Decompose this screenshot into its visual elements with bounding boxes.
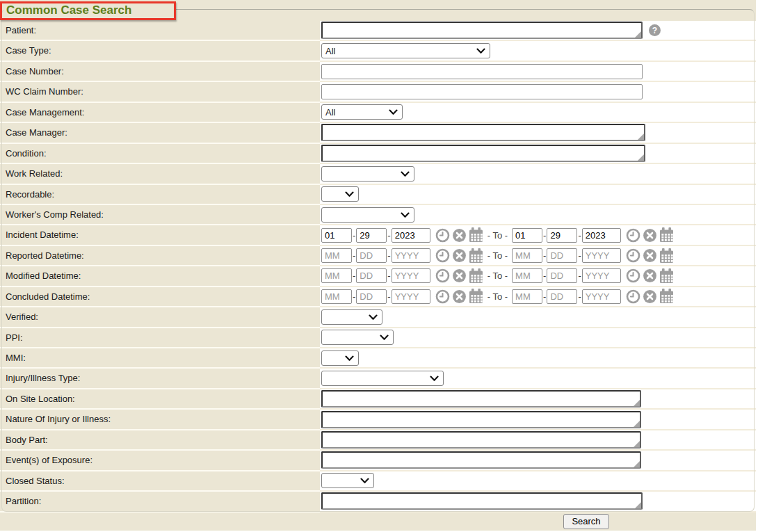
chevron-down-icon: [430, 376, 439, 381]
ppi-select[interactable]: [321, 330, 394, 345]
workers-comp-related-label-cell: Worker's Comp Related:: [0, 205, 320, 225]
work-related-label: Work Related:: [6, 168, 63, 179]
search-form-rows: Patient:?Case Type:AllCase Number:WC Cla…: [0, 21, 756, 513]
partition-label: Partition:: [6, 496, 41, 506]
recordable-select[interactable]: [321, 186, 359, 202]
clear-icon[interactable]: [452, 228, 467, 243]
mmi-select[interactable]: [321, 350, 359, 366]
patient-resize-handle[interactable]: [635, 31, 641, 38]
case-manager-resize-handle[interactable]: [638, 134, 644, 140]
reported-datetime-from-month-input[interactable]: [321, 248, 352, 263]
chevron-down-icon: [401, 171, 410, 177]
reported-datetime-to-year-input[interactable]: [582, 248, 621, 263]
verified-select[interactable]: [321, 309, 382, 325]
patient-textarea[interactable]: [321, 22, 643, 39]
modified-datetime-to-year-input[interactable]: [582, 268, 621, 283]
modified-datetime-from-day-input[interactable]: [356, 268, 387, 283]
clock-icon[interactable]: [435, 268, 450, 283]
clock-icon[interactable]: [626, 228, 640, 243]
modified-datetime-to-date-group: --: [512, 268, 621, 283]
clock-icon[interactable]: [435, 248, 450, 263]
case-management-label-cell: Case Management:: [0, 103, 320, 123]
modified-datetime-from-year-input[interactable]: [392, 268, 430, 283]
incident-datetime-from-day-input[interactable]: [356, 228, 387, 243]
ppi-label-cell: PPI:: [0, 328, 320, 348]
events-of-exposure-textarea[interactable]: [321, 451, 641, 469]
clear-icon[interactable]: [643, 289, 657, 304]
on-site-location-resize-handle[interactable]: [634, 400, 640, 406]
date-separator: -: [387, 230, 390, 241]
calendar-icon[interactable]: [469, 289, 483, 304]
calendar-icon[interactable]: [659, 268, 674, 284]
incident-datetime-from-year-input[interactable]: [392, 228, 430, 243]
date-separator: -: [543, 271, 546, 281]
clear-icon[interactable]: [452, 248, 467, 263]
calendar-icon[interactable]: [659, 289, 674, 304]
incident-datetime-to-day-input[interactable]: [547, 228, 577, 243]
modified-datetime-to-day-input[interactable]: [547, 268, 577, 283]
workers-comp-related-content-cell: [320, 205, 756, 225]
calendar-icon[interactable]: [469, 227, 483, 243]
reported-datetime-to-day-input[interactable]: [547, 248, 577, 263]
modified-datetime-to-month-input[interactable]: [512, 268, 542, 283]
closed-status-select[interactable]: [321, 473, 374, 488]
partition-textarea[interactable]: [321, 492, 643, 510]
concluded-datetime-to-day-input[interactable]: [547, 289, 577, 304]
search-button[interactable]: Search: [563, 514, 609, 529]
body-part-textarea[interactable]: [321, 431, 641, 449]
modified-datetime-from-month-input[interactable]: [321, 268, 352, 283]
concluded-datetime-from-year-input[interactable]: [392, 289, 430, 304]
concluded-datetime-to-year-input[interactable]: [582, 289, 621, 304]
injury-illness-type-select[interactable]: [321, 371, 444, 386]
clock-icon[interactable]: [626, 268, 640, 283]
concluded-datetime-to-month-input[interactable]: [512, 289, 542, 304]
clear-icon[interactable]: [643, 228, 657, 243]
clock-icon[interactable]: [435, 289, 450, 304]
title-row: Common Case Search: [0, 0, 756, 21]
work-related-select[interactable]: [321, 166, 414, 182]
wc-claim-number-content-cell: [320, 82, 756, 102]
condition-textarea[interactable]: [321, 145, 645, 162]
clock-icon[interactable]: [626, 248, 640, 263]
reported-datetime-from-year-input[interactable]: [392, 248, 430, 263]
date-separator: -: [578, 291, 581, 302]
nature-of-injury-or-illness-resize-handle[interactable]: [634, 421, 640, 427]
date-separator: -: [543, 250, 546, 261]
clear-icon[interactable]: [643, 268, 657, 283]
reported-datetime-to-date-group: --: [512, 248, 621, 263]
clock-icon[interactable]: [435, 228, 450, 243]
date-separator: -: [353, 230, 355, 241]
condition-resize-handle[interactable]: [638, 154, 644, 161]
on-site-location-textarea[interactable]: [321, 390, 641, 408]
events-of-exposure-resize-handle[interactable]: [634, 461, 640, 467]
incident-datetime-from-month-input[interactable]: [321, 228, 352, 243]
calendar-icon[interactable]: [469, 268, 483, 284]
case-type-select[interactable]: All: [321, 43, 490, 58]
date-separator: -: [578, 250, 581, 261]
partition-resize-handle[interactable]: [635, 502, 641, 508]
body-part-resize-handle[interactable]: [634, 441, 640, 447]
calendar-icon[interactable]: [469, 248, 483, 264]
modified-datetime-to-date-icons: [626, 268, 674, 284]
help-icon[interactable]: ?: [649, 24, 661, 36]
clear-icon[interactable]: [452, 289, 467, 304]
incident-datetime-to-year-input[interactable]: [582, 228, 621, 243]
case-management-select[interactable]: All: [321, 104, 403, 120]
concluded-datetime-to-date-icons: [626, 289, 674, 304]
reported-datetime-to-month-input[interactable]: [512, 248, 542, 263]
incident-datetime-to-month-input[interactable]: [512, 228, 542, 243]
wc-claim-number-input[interactable]: [321, 84, 643, 99]
concluded-datetime-from-day-input[interactable]: [356, 289, 387, 304]
calendar-icon[interactable]: [659, 248, 674, 264]
calendar-icon[interactable]: [659, 227, 674, 243]
clear-icon[interactable]: [643, 248, 657, 263]
case-manager-textarea[interactable]: [321, 124, 645, 141]
reported-datetime-from-day-input[interactable]: [356, 248, 387, 263]
clear-icon[interactable]: [452, 268, 467, 283]
case-number-input[interactable]: [321, 64, 643, 79]
clock-icon[interactable]: [626, 289, 640, 304]
concluded-datetime-from-month-input[interactable]: [321, 289, 352, 304]
injury-illness-type-label-cell: Injury/Illness Type:: [0, 369, 320, 389]
workers-comp-related-select[interactable]: [321, 207, 414, 223]
nature-of-injury-or-illness-textarea[interactable]: [321, 411, 641, 428]
